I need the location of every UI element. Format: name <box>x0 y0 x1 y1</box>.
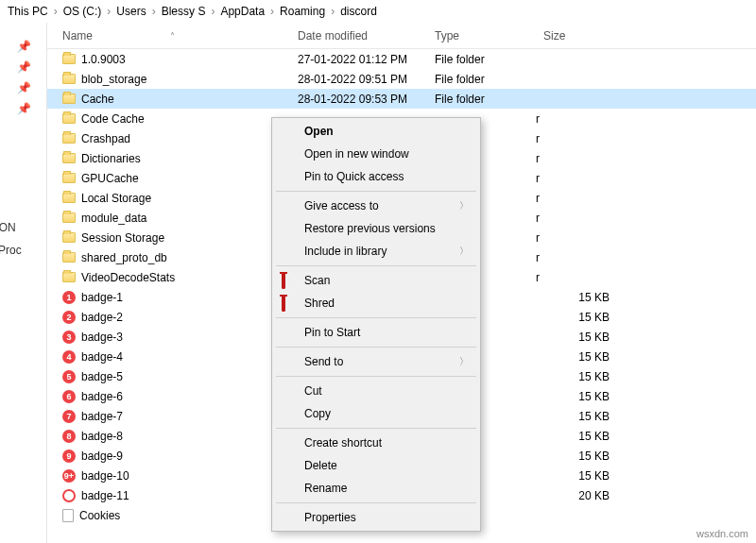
file-name: badge-7 <box>81 410 123 423</box>
file-name: Code Cache <box>81 112 145 126</box>
folder-icon <box>62 133 76 144</box>
file-size: 15 KB <box>543 390 638 403</box>
file-name: badge-5 <box>81 370 123 383</box>
file-name: badge-9 <box>81 450 123 463</box>
file-name: shared_proto_db <box>81 251 167 264</box>
badge-icon: 1 <box>62 291 76 304</box>
file-name: badge-10 <box>81 469 129 483</box>
file-name: badge-3 <box>81 331 123 344</box>
col-name-header[interactable]: Name˄ <box>47 29 298 42</box>
file-name: Crashpad <box>81 132 130 145</box>
column-headers[interactable]: Name˄ Date modified Type Size <box>47 23 756 49</box>
badge-icon: 7 <box>62 410 76 423</box>
menu-pin-start[interactable]: Pin to Start <box>274 321 478 344</box>
menu-separator <box>276 347 476 348</box>
menu-shred[interactable]: Shred <box>274 292 478 314</box>
breadcrumb-item[interactable]: Blessy S <box>162 5 206 18</box>
badge-icon: 9+ <box>62 469 76 483</box>
sidebar-cut-text: TIONe Procal <box>0 221 45 289</box>
mcafee-icon <box>282 274 295 287</box>
file-size: 15 KB <box>543 311 638 324</box>
menu-copy[interactable]: Copy <box>274 402 478 425</box>
file-name: VideoDecodeStats <box>81 271 175 284</box>
folder-icon <box>62 54 76 64</box>
menu-include-library[interactable]: Include in library〉 <box>274 240 478 263</box>
badge-icon: 9 <box>62 450 76 463</box>
file-name: badge-4 <box>81 350 123 364</box>
file-size: 15 KB <box>543 350 638 364</box>
badge-icon: 8 <box>62 430 76 443</box>
chevron-right-icon: › <box>270 5 274 18</box>
file-date: 28-01-2022 09:53 PM <box>298 93 435 106</box>
menu-separator <box>276 265 476 266</box>
file-name: Cookies <box>79 509 120 522</box>
menu-give-access[interactable]: Give access to〉 <box>274 195 478 217</box>
badge-icon: 6 <box>62 390 76 403</box>
quick-access-sidebar: 📌 📌 📌 📌 TIONe Procal <box>0 23 47 543</box>
breadcrumb-item[interactable]: This PC <box>8 5 48 18</box>
menu-open-new-window[interactable]: Open in new window <box>274 143 478 165</box>
menu-cut[interactable]: Cut <box>274 380 478 402</box>
menu-separator <box>276 191 476 192</box>
file-size: 15 KB <box>543 450 638 463</box>
file-row[interactable]: 1.0.900327-01-2022 01:12 PMFile folder <box>47 49 756 69</box>
badge-icon: 3 <box>62 331 76 344</box>
col-date-header[interactable]: Date modified <box>298 29 435 42</box>
col-size-header[interactable]: Size <box>543 29 638 42</box>
file-name: badge-8 <box>81 430 123 443</box>
file-size: 15 KB <box>543 370 638 383</box>
menu-scan[interactable]: Scan <box>274 269 478 292</box>
pin-icon[interactable]: 📌 <box>17 102 46 115</box>
mcafee-icon <box>282 297 295 310</box>
file-name: GPUCache <box>81 172 139 185</box>
breadcrumb[interactable]: This PC›OS (C:)›Users›Blessy S›AppData›R… <box>0 0 756 23</box>
folder-icon <box>62 212 76 223</box>
file-name: badge-6 <box>81 390 123 403</box>
breadcrumb-item[interactable]: Roaming <box>280 5 325 18</box>
col-type-header[interactable]: Type <box>435 29 543 42</box>
file-size: 15 KB <box>543 331 638 344</box>
breadcrumb-item[interactable]: OS (C:) <box>63 5 102 18</box>
menu-pin-quick-access[interactable]: Pin to Quick access <box>274 165 478 188</box>
breadcrumb-item[interactable]: Users <box>116 5 146 18</box>
menu-restore-versions[interactable]: Restore previous versions <box>274 217 478 240</box>
file-date: 28-01-2022 09:51 PM <box>298 73 435 86</box>
pin-icon[interactable]: 📌 <box>17 60 46 74</box>
breadcrumb-item[interactable]: AppData <box>220 5 265 18</box>
file-name: Local Storage <box>81 192 151 205</box>
breadcrumb-item[interactable]: discord <box>340 5 377 18</box>
menu-send-to[interactable]: Send to〉 <box>274 350 478 373</box>
file-name: blob_storage <box>81 73 146 86</box>
menu-separator <box>276 428 476 429</box>
file-size: 15 KB <box>543 469 638 483</box>
file-row[interactable]: blob_storage28-01-2022 09:51 PMFile fold… <box>47 69 756 89</box>
folder-icon <box>62 93 76 104</box>
file-row[interactable]: Cache28-01-2022 09:53 PMFile folder <box>47 89 756 109</box>
folder-icon <box>62 193 76 203</box>
chevron-right-icon: › <box>54 5 58 18</box>
badge-icon: 4 <box>62 350 76 364</box>
watermark: wsxdn.com <box>696 528 748 539</box>
menu-open[interactable]: Open <box>274 120 478 143</box>
chevron-right-icon: 〉 <box>459 245 469 258</box>
folder-icon <box>62 113 76 124</box>
file-size: 15 KB <box>543 291 638 304</box>
file-size: 15 KB <box>543 430 638 443</box>
pin-icon[interactable]: 📌 <box>17 81 46 94</box>
file-name: Session Storage <box>81 231 164 245</box>
file-name: Dictionaries <box>81 152 141 165</box>
file-name: badge-2 <box>81 311 123 324</box>
menu-properties[interactable]: Properties <box>274 506 478 529</box>
menu-separator <box>276 376 476 377</box>
file-date: 27-01-2022 01:12 PM <box>298 53 435 66</box>
folder-icon <box>62 232 76 243</box>
file-type: File folder <box>435 73 543 86</box>
pin-icon[interactable]: 📌 <box>17 40 46 53</box>
chevron-right-icon: › <box>107 5 111 18</box>
folder-icon <box>62 74 76 84</box>
file-name: badge-11 <box>81 489 129 502</box>
menu-delete[interactable]: Delete <box>274 454 478 477</box>
chevron-right-icon: 〉 <box>459 199 469 212</box>
menu-create-shortcut[interactable]: Create shortcut <box>274 432 478 454</box>
menu-rename[interactable]: Rename <box>274 477 478 500</box>
